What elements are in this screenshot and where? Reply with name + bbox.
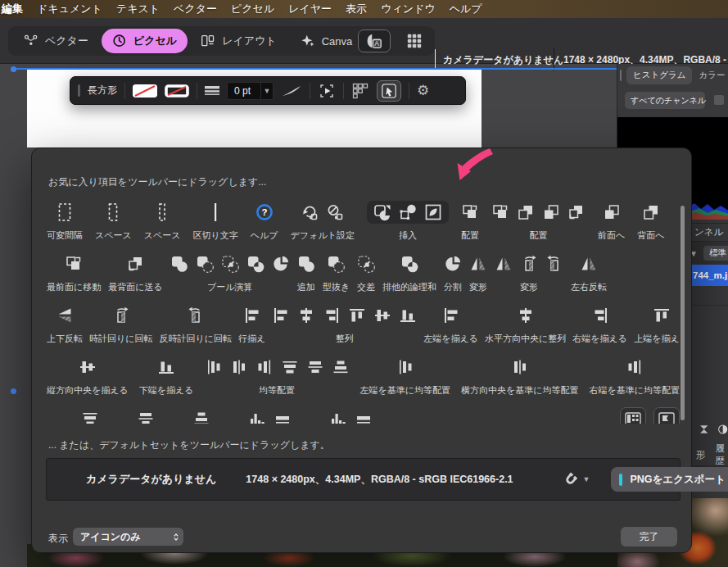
stroke-width-select[interactable]: 0 pt ▼ [227, 82, 274, 100]
stroke-swatch[interactable] [165, 84, 189, 98]
toolbar-item[interactable]: 最前面に移動 [47, 252, 101, 293]
toolbar-item[interactable]: 左端を基準に均等配置 [360, 356, 451, 397]
toolbar-item[interactable] [329, 407, 373, 424]
toolbar-item[interactable]: ブール演算 [170, 252, 290, 293]
tab-shape[interactable]: 形 [696, 449, 706, 461]
toolbar-item[interactable] [248, 407, 292, 424]
toolbar-item[interactable]: 左右反転 [571, 252, 607, 293]
toolbar-item[interactable]: 挿入 [367, 201, 449, 242]
marquee-select-button[interactable] [377, 80, 401, 102]
toolbar-item[interactable]: 右端を基準に均等配置 [590, 356, 680, 397]
blend-mode-badge[interactable]: 標準 [703, 246, 728, 261]
tab-history[interactable]: 履歴 [716, 442, 728, 467]
toolbar-item[interactable]: 分割 [444, 252, 462, 293]
toolbar-item[interactable]: 整列 [272, 304, 417, 345]
panel-drag-handle[interactable] [620, 70, 622, 81]
chevron-down-icon[interactable]: ▼ [583, 475, 590, 483]
toolbar-item[interactable]: 前面へ [598, 201, 625, 242]
auto-select-toggle-button[interactable]: A [358, 29, 391, 52]
toolbar-item[interactable]: 水平方向中央に整列 [485, 304, 566, 345]
menu-item-5[interactable]: レイヤー [288, 2, 332, 16]
toolbar-item[interactable]: デフォルト設定 [291, 201, 355, 242]
toolbar-item[interactable]: 均等配置 [205, 356, 350, 397]
channel-selector[interactable]: すべてのチャンネル [625, 92, 705, 109]
toolbar-item[interactable] [192, 407, 210, 424]
toolbar-item[interactable]: 反時計回りに回転 [160, 304, 233, 345]
default-toolbar-set[interactable]: カメラデータがありません 1748 × 2480px、4.34MP、RGBA/8… [46, 458, 681, 501]
dist-v-mid-icon [137, 410, 155, 424]
gear-icon[interactable]: ⚙ [417, 84, 429, 98]
toolbar-item[interactable]: 配置 [491, 201, 586, 242]
toolbar-item-label: ヘルプ [251, 229, 278, 242]
toolbar-item[interactable]: 横方向中央を基準に均等配置 [461, 356, 579, 397]
divider [124, 83, 125, 99]
toolbar-item[interactable]: 追加 [297, 252, 315, 293]
selection-handle[interactable] [11, 66, 16, 72]
tab-histogram[interactable]: ヒストグラム [626, 66, 692, 84]
toolbar-item[interactable]: 交差 [357, 252, 375, 293]
toolbar-item[interactable]: 下端を揃える [139, 356, 194, 397]
toolbar-item[interactable]: 最背面に送る [108, 252, 163, 293]
toolbar-item[interactable]: 変形 [469, 252, 487, 293]
menu-item-4[interactable]: ピクセル [231, 2, 274, 16]
snap-grid-icon[interactable] [351, 82, 369, 100]
toolbar-divider [554, 48, 554, 70]
toolbar-item[interactable]: スペース [144, 201, 181, 242]
selection-handle[interactable] [11, 388, 16, 394]
pressure-curve-icon[interactable] [281, 84, 302, 98]
menu-item-0[interactable]: 編集 [2, 2, 23, 16]
pixel-persona-icon [112, 34, 128, 49]
menu-item-2[interactable]: テキスト [116, 2, 160, 16]
dialog-scrollbar[interactable] [681, 206, 685, 420]
persona-pixel[interactable]: ピクセル [102, 29, 188, 53]
transform-mode-icon[interactable] [318, 82, 336, 100]
toolbar-item[interactable]: 時計回りに回転 [89, 304, 153, 345]
toolbar-item[interactable]: 縦方向中央を揃える [47, 356, 129, 397]
toolbar-item[interactable]: 背面へ [637, 201, 664, 242]
snapping-control[interactable]: ▼ [563, 472, 590, 488]
menu-item-3[interactable]: ベクター [174, 2, 217, 16]
menu-item-8[interactable]: ヘルプ [450, 2, 482, 16]
grid-view-button[interactable] [398, 29, 431, 52]
toolbar-item[interactable]: 排他的論理和 [382, 252, 436, 293]
toolbar-item[interactable] [81, 407, 99, 424]
hourglass-icon[interactable] [699, 422, 709, 437]
toolbar-item[interactable] [620, 407, 680, 424]
fill-swatch[interactable] [133, 84, 157, 98]
toolbar-item[interactable]: 型抜き [323, 252, 350, 293]
stroke-style-icon[interactable] [205, 85, 219, 97]
flip-h-icon [580, 255, 598, 273]
toolbar-drag-handle[interactable] [78, 84, 80, 97]
divider [409, 83, 409, 99]
persona-layout[interactable]: レイアウト [190, 29, 287, 53]
toolbar-item[interactable]: 可変間隔 [47, 201, 83, 242]
toolbar-item[interactable]: 右端を揃える [572, 304, 627, 345]
toolbar-item[interactable]: 変形 [495, 252, 563, 293]
export-png-button[interactable]: PNGをエクスポート [611, 467, 728, 492]
persona-vector[interactable]: ベクター [13, 29, 99, 53]
toolbar-item[interactable] [137, 407, 155, 424]
toolbar-item[interactable]: 行揃え [238, 304, 265, 345]
toolbar-item[interactable]: 左端を揃える [423, 304, 478, 345]
toolbar-item[interactable]: スペース [95, 201, 132, 242]
toolbar-item-label: スペース [95, 229, 132, 242]
cursor-box-icon [381, 83, 397, 99]
histogram-checkbox[interactable] [713, 94, 725, 106]
toolbar-item[interactable]: 配置 [461, 201, 479, 242]
svg-text:A: A [374, 39, 379, 48]
menu-item-6[interactable]: 表示 [346, 2, 367, 16]
stack-down-icon [127, 255, 145, 273]
show-mode-select[interactable]: アイコンのみ [73, 528, 183, 546]
chevron-down-icon[interactable]: ▼ [260, 82, 273, 100]
menu-item-7[interactable]: ウィンドウ [381, 2, 436, 16]
toolbar-item[interactable]: 上下反転 [47, 304, 83, 345]
toolbar-item[interactable]: 上端を揃える [634, 304, 680, 345]
contrast-circle-icon[interactable] [717, 422, 728, 437]
export-accent-bar [619, 474, 622, 486]
tab-color[interactable]: カラー [697, 66, 726, 84]
toolbar-item-label: 背面へ [637, 229, 664, 242]
toolbar-item[interactable]: ?ヘルプ [251, 201, 278, 242]
menu-item-1[interactable]: ドキュメント [37, 2, 102, 16]
toolbar-item[interactable]: 区切り文字 [193, 201, 238, 242]
done-button[interactable]: 完了 [621, 527, 677, 547]
